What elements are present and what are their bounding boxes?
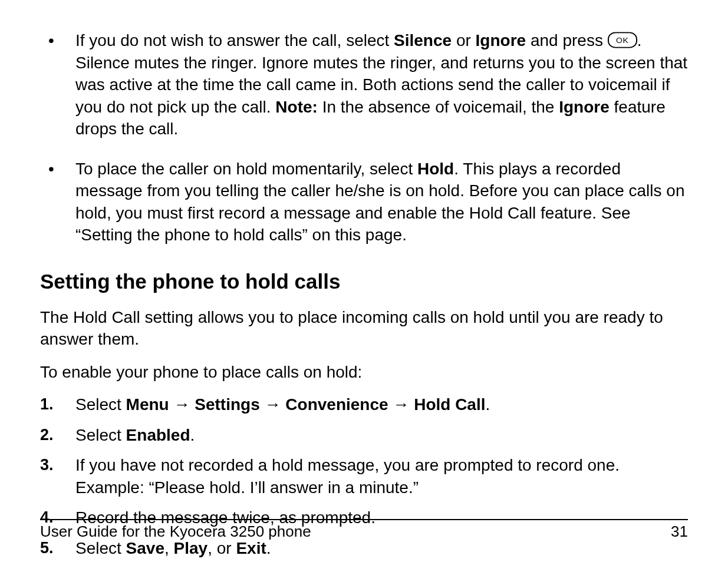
arrow-icon: → — [388, 395, 414, 414]
bold-text: Exit — [236, 539, 266, 557]
bullet-item: • If you do not wish to answer the call,… — [40, 29, 688, 140]
text: . — [266, 539, 271, 557]
bold-text: Settings — [195, 395, 259, 414]
step-item: 2. Select Enabled. — [40, 424, 688, 447]
text: Select — [75, 426, 126, 444]
ok-button-icon: OK — [608, 32, 637, 48]
text: . — [190, 426, 195, 444]
bold-text: Enabled — [126, 426, 190, 444]
arrow-icon: → — [260, 395, 286, 414]
page-number: 31 — [671, 523, 688, 541]
arrow-icon: → — [169, 395, 195, 414]
bullet-item: • To place the caller on hold momentaril… — [40, 158, 688, 246]
section-heading: Setting the phone to hold calls — [40, 270, 688, 293]
step-item: 1. Select Menu → Settings → Convenience … — [40, 394, 688, 416]
bullet-dot-icon: • — [48, 29, 54, 52]
text: Select — [75, 395, 126, 414]
bold-text: Menu — [126, 395, 169, 414]
text: If you have not recorded a hold message,… — [75, 456, 620, 497]
text: If you do not wish to answer the call, s… — [75, 31, 394, 49]
paragraph: The Hold Call setting allows you to plac… — [40, 306, 688, 351]
text: and press — [526, 31, 608, 49]
text: In the absence of voicemail, the — [318, 98, 559, 116]
bold-text: Hold — [417, 160, 454, 178]
text: . — [486, 395, 490, 414]
text: To place the caller on hold momentarily,… — [75, 160, 417, 178]
text: , or — [207, 539, 236, 557]
bold-text: Save — [126, 539, 164, 557]
bold-text: Ignore — [559, 98, 610, 116]
paragraph: To enable your phone to place calls on h… — [40, 361, 688, 384]
bullet-list: • If you do not wish to answer the call,… — [40, 29, 688, 246]
bold-text: Hold Call — [414, 395, 485, 414]
page: • If you do not wish to answer the call,… — [0, 0, 728, 562]
step-number: 1. — [40, 394, 54, 415]
bold-text: Silence — [394, 31, 452, 49]
footer-title: User Guide for the Kyocera 3250 phone — [40, 523, 311, 541]
bold-text: Play — [174, 539, 208, 557]
text: , — [164, 539, 174, 557]
note-label: Note: — [275, 98, 318, 116]
bold-text: Convenience — [285, 395, 388, 414]
page-footer: User Guide for the Kyocera 3250 phone 31 — [40, 519, 688, 541]
text: Select — [75, 539, 126, 557]
step-number: 2. — [40, 424, 54, 445]
text: or — [452, 31, 475, 49]
step-item: 3. If you have not recorded a hold messa… — [40, 454, 688, 498]
bold-text: Ignore — [476, 31, 526, 49]
step-number: 3. — [40, 454, 54, 475]
bullet-dot-icon: • — [48, 158, 54, 180]
